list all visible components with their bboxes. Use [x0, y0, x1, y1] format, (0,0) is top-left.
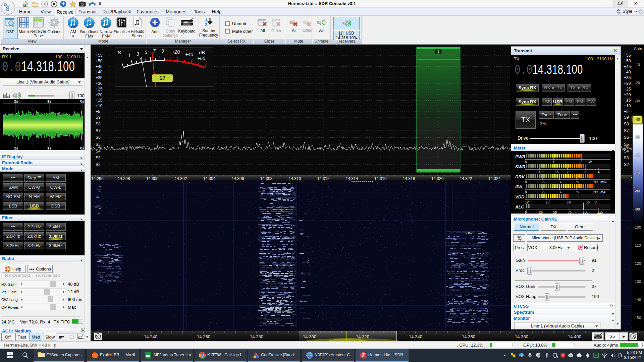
- svg-text:14.340: 14.340: [409, 334, 422, 339]
- svg-text:VDD: VDD: [515, 194, 525, 199]
- svg-text:125: 125: [597, 210, 603, 214]
- svg-text:14.304: 14.304: [203, 176, 216, 181]
- svg-text:14.380: 14.380: [515, 334, 528, 339]
- svg-text:+55: +55: [96, 53, 103, 58]
- svg-text:S8: S8: [96, 122, 101, 126]
- svg-text:+20: +20: [624, 93, 631, 97]
- svg-text:14.314: 14.314: [346, 176, 358, 181]
- svg-text:4: 4: [598, 170, 600, 174]
- svg-text:14.300: 14.300: [303, 334, 316, 339]
- svg-text:PWR: PWR: [515, 154, 526, 159]
- svg-text:DRV: DRV: [515, 174, 525, 179]
- svg-text:9: 9: [161, 48, 164, 54]
- svg-text:S5: S5: [96, 142, 101, 147]
- svg-text:S9: S9: [96, 115, 101, 120]
- svg-text:14.318: 14.318: [403, 176, 415, 181]
- svg-text:0: 0: [525, 180, 527, 184]
- svg-text:0: 0: [525, 160, 527, 164]
- svg-text:1: 1: [128, 53, 131, 58]
- svg-text:14.322: 14.322: [460, 176, 472, 181]
- svg-text:+20: +20: [172, 49, 180, 55]
- svg-text:14.302: 14.302: [175, 176, 187, 181]
- svg-text:14.310: 14.310: [289, 176, 301, 181]
- svg-text:1.1: 1.1: [538, 170, 543, 174]
- svg-text:+40: +40: [96, 70, 103, 74]
- svg-text:SWR: SWR: [515, 164, 526, 169]
- svg-text:S6: S6: [624, 135, 629, 140]
- svg-text:14.400: 14.400: [568, 334, 581, 339]
- svg-text:+15: +15: [96, 98, 103, 103]
- svg-text:14.324: 14.324: [488, 176, 501, 181]
- svg-text:S3: S3: [624, 156, 629, 160]
- svg-text:1: 1: [437, 50, 439, 53]
- svg-text:14.360: 14.360: [462, 334, 475, 339]
- svg-text:1: 1: [205, 17, 207, 22]
- svg-text:+35: +35: [96, 75, 103, 80]
- svg-text:12: 12: [525, 200, 529, 204]
- svg-text:S7: S7: [624, 128, 629, 133]
- svg-text:+10: +10: [96, 104, 103, 108]
- svg-text:1: 1: [525, 170, 527, 174]
- svg-text:+40: +40: [185, 52, 193, 57]
- svg-text:S7: S7: [159, 75, 165, 81]
- svg-text:+60: +60: [197, 56, 205, 61]
- svg-text:14.306: 14.306: [232, 176, 244, 181]
- svg-text:+45: +45: [624, 64, 631, 69]
- svg-text:14.312: 14.312: [317, 176, 330, 181]
- svg-text:50: 50: [558, 180, 562, 184]
- svg-text:100: 100: [592, 180, 598, 184]
- svg-text:+50: +50: [96, 59, 103, 63]
- svg-text:50: 50: [553, 210, 557, 214]
- svg-text:15: 15: [586, 200, 590, 204]
- svg-text:14.298: 14.298: [118, 176, 130, 181]
- svg-text:75: 75: [575, 190, 579, 194]
- svg-text:S2: S2: [624, 162, 629, 167]
- svg-text:14: 14: [567, 200, 571, 204]
- svg-text:25: 25: [541, 190, 545, 194]
- svg-text:S7: S7: [96, 128, 101, 133]
- svg-text:25: 25: [541, 180, 545, 184]
- svg-text:75: 75: [575, 180, 579, 184]
- svg-text:75: 75: [568, 210, 572, 214]
- svg-text:S3: S3: [96, 156, 101, 160]
- svg-text:14.320: 14.320: [356, 334, 369, 339]
- svg-text:+30: +30: [624, 81, 631, 86]
- svg-text:S: S: [118, 50, 121, 55]
- svg-text:+15: +15: [624, 98, 631, 103]
- svg-text:V: V: [594, 200, 597, 204]
- svg-text:mA: mA: [600, 190, 605, 194]
- svg-text:2: 2: [580, 160, 582, 164]
- svg-text:13: 13: [546, 200, 550, 204]
- svg-text:+45: +45: [96, 64, 103, 69]
- svg-text:+35: +35: [624, 75, 631, 80]
- svg-text:14.300: 14.300: [146, 176, 159, 181]
- svg-text:14.280: 14.280: [250, 334, 263, 339]
- svg-text:+50: +50: [624, 59, 631, 63]
- svg-text:25: 25: [539, 210, 543, 214]
- svg-text:1: 1: [552, 160, 554, 164]
- svg-text:IPA: IPA: [515, 184, 522, 189]
- svg-text:100: 100: [592, 190, 598, 194]
- svg-text:3: 3: [137, 51, 139, 57]
- svg-text:14.320: 14.320: [431, 176, 444, 181]
- svg-text:W: W: [589, 160, 592, 164]
- svg-text:14.308: 14.308: [260, 176, 273, 181]
- svg-text:2: 2: [566, 170, 569, 174]
- svg-text:+5: +5: [624, 109, 629, 114]
- svg-text:100: 100: [583, 210, 588, 214]
- svg-text:S8: S8: [624, 122, 629, 126]
- svg-text:S9: S9: [624, 115, 629, 120]
- svg-text:S6: S6: [96, 135, 101, 140]
- svg-text:14.240: 14.240: [144, 334, 157, 339]
- svg-text:S2: S2: [96, 162, 101, 167]
- svg-text:5: 5: [145, 50, 147, 55]
- svg-text:14.296: 14.296: [91, 176, 104, 181]
- svg-text:+25: +25: [624, 87, 631, 92]
- svg-text:mW: mW: [600, 180, 607, 184]
- svg-text:14.316: 14.316: [374, 176, 387, 181]
- svg-text:+25: +25: [96, 87, 103, 92]
- svg-text:0: 0: [525, 190, 527, 194]
- svg-text:+30: +30: [96, 81, 103, 86]
- svg-text:1.5: 1.5: [554, 170, 559, 174]
- svg-text:ALC: ALC: [515, 204, 524, 209]
